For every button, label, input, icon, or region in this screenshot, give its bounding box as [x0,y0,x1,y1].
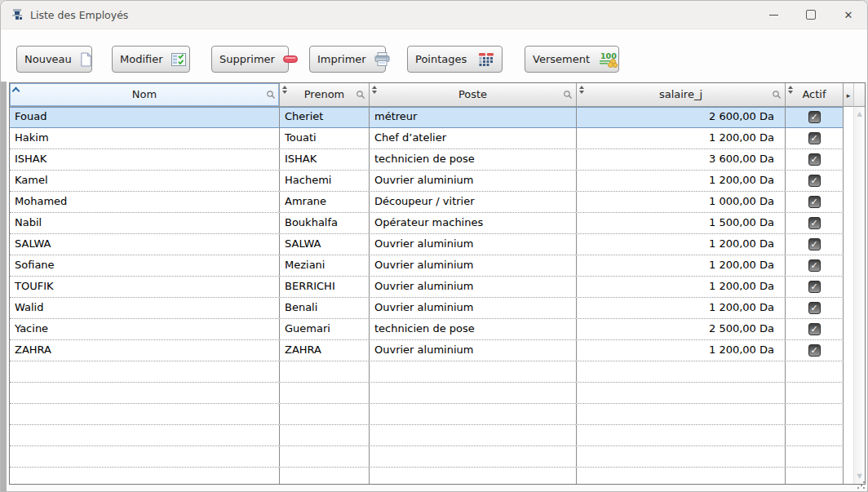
cell-poste[interactable]: Ouvrier aluminium [370,340,577,361]
cell-poste[interactable]: Ouvrier aluminium [370,171,577,191]
cell-salaire[interactable]: 1 200,00 Da [577,298,786,318]
column-header-prenom[interactable]: Prenom [280,83,370,107]
cell-actif[interactable]: ✓ [786,319,844,339]
cell-salaire[interactable]: 1 200,00 Da [577,128,786,148]
cell-prenom[interactable]: BERRICHI [280,277,370,297]
cell-prenom[interactable]: SALWA [280,234,370,255]
cell-poste[interactable]: métreur [370,107,577,127]
cell-actif[interactable]: ✓ [786,298,844,318]
titlebar[interactable]: Liste des Employés ✕ [1,1,867,29]
cell-salaire[interactable]: 2 500,00 Da [577,319,786,339]
cell-actif[interactable]: ✓ [786,277,844,297]
cell-nom[interactable]: SALWA [10,234,280,255]
pointages-button[interactable]: Pointages [407,46,503,73]
table-row[interactable]: ISHAK ISHAK technicien de pose 3 600,00 … [10,149,844,171]
cell-nom[interactable]: Yacine [10,319,280,339]
table-row[interactable]: Fouad Cheriet métreur 2 600,00 Da ✓ [10,107,844,128]
actif-checkbox[interactable]: ✓ [808,111,821,123]
cell-poste[interactable]: Découpeur / vitrier [370,192,577,212]
table-row[interactable]: Hakim Touati Chef d’atelier 1 200,00 Da … [10,128,844,149]
cell-nom[interactable]: ZAHRA [10,340,280,361]
cell-salaire[interactable]: 1 200,00 Da [577,340,786,361]
cell-nom[interactable]: ISHAK [10,149,280,170]
table-row[interactable]: Sofiane Meziani Ouvrier aluminium 1 200,… [10,255,844,277]
table-row[interactable]: Nabil Boukhalfa Opérateur machines 1 500… [10,213,844,234]
cell-prenom[interactable]: Cheriet [280,107,370,127]
cell-actif[interactable]: ✓ [786,171,844,191]
actif-checkbox[interactable]: ✓ [808,132,821,144]
cell-prenom[interactable]: Touati [280,128,370,148]
cell-salaire[interactable]: 1 200,00 Da [577,171,786,191]
modifier-button[interactable]: Modifier [112,46,190,73]
cell-poste[interactable]: Ouvrier aluminium [370,298,577,318]
cell-poste[interactable]: Ouvrier aluminium [370,234,577,255]
imprimer-button[interactable]: Imprimer [309,46,386,73]
cell-poste[interactable]: technicien de pose [370,319,577,339]
filter-icon[interactable] [563,90,573,100]
cell-prenom[interactable]: Meziani [280,255,370,276]
close-button[interactable]: ✕ [830,1,867,29]
cell-actif[interactable]: ✓ [786,128,844,148]
table-row[interactable]: ZAHRA ZAHRA Ouvrier aluminium 1 200,00 D… [10,340,844,361]
cell-salaire[interactable]: 3 600,00 Da [577,149,786,170]
actif-checkbox[interactable]: ✓ [808,153,821,166]
cell-actif[interactable]: ✓ [786,234,844,255]
nouveau-button[interactable]: Nouveau [16,46,92,73]
cell-poste[interactable]: Ouvrier aluminium [370,255,577,276]
cell-prenom[interactable]: ZAHRA [280,340,370,361]
cell-prenom[interactable]: Amrane [280,192,370,212]
cell-nom[interactable]: Sofiane [10,255,280,276]
table-row[interactable]: Mohamed Amrane Découpeur / vitrier 1 000… [10,192,844,213]
cell-actif[interactable]: ✓ [786,213,844,233]
actif-checkbox[interactable]: ✓ [808,196,821,208]
actif-checkbox[interactable]: ✓ [808,323,821,335]
filter-icon[interactable] [266,90,276,100]
column-header-salaire-j[interactable]: salaire_j [577,83,786,107]
cell-nom[interactable]: TOUFIK [10,277,280,297]
table-row[interactable]: Yacine Guemari technicien de pose 2 500,… [10,319,844,340]
cell-nom[interactable]: Kamel [10,171,280,191]
minimize-button[interactable] [755,1,792,29]
table-row[interactable]: SALWA SALWA Ouvrier aluminium 1 200,00 D… [10,234,844,255]
filter-icon[interactable] [772,90,782,100]
cell-prenom[interactable]: Boukhalfa [280,213,370,233]
actif-checkbox[interactable]: ✓ [808,302,821,314]
window-resize-grip[interactable] [857,481,866,490]
cell-poste[interactable]: Chef d’atelier [370,128,577,148]
scroll-up-icon[interactable]: ▲ [854,109,865,120]
column-header-nom[interactable]: Nom [10,83,280,107]
actif-checkbox[interactable]: ✓ [808,259,821,272]
cell-prenom[interactable]: Hachemi [280,171,370,191]
cell-actif[interactable]: ✓ [786,192,844,212]
cell-prenom[interactable]: ISHAK [280,149,370,170]
cell-actif[interactable]: ✓ [786,107,844,127]
cell-poste[interactable]: Ouvrier aluminium [370,277,577,297]
filter-icon[interactable] [356,90,365,100]
cell-actif[interactable]: ✓ [786,340,844,361]
cell-nom[interactable]: Mohamed [10,192,280,212]
cell-salaire[interactable]: 1 000,00 Da [577,192,786,212]
cell-salaire[interactable]: 1 200,00 Da [577,234,786,255]
cell-nom[interactable]: Fouad [10,107,280,127]
supprimer-button[interactable]: Supprimer [211,46,289,73]
cell-prenom[interactable]: Benali [280,298,370,318]
actif-checkbox[interactable]: ✓ [808,344,821,357]
table-row[interactable]: Walid Benali Ouvrier aluminium 1 200,00 … [10,298,844,319]
maximize-button[interactable] [792,1,830,29]
vertical-scrollbar[interactable]: ▲ ▼ [853,107,865,484]
cell-actif[interactable]: ✓ [786,255,844,276]
cell-poste[interactable]: Opérateur machines [370,213,577,233]
column-header-actif[interactable]: Actif [786,83,844,107]
cell-poste[interactable]: technicien de pose [370,149,577,170]
cell-salaire[interactable]: 1 500,00 Da [577,213,786,233]
versement-button[interactable]: Versement 100 [525,46,619,73]
table-row[interactable]: TOUFIK BERRICHI Ouvrier aluminium 1 200,… [10,277,844,298]
cell-nom[interactable]: Hakim [10,128,280,148]
cell-salaire[interactable]: 1 200,00 Da [577,277,786,297]
cell-nom[interactable]: Nabil [10,213,280,233]
cell-actif[interactable]: ✓ [786,149,844,170]
column-header-poste[interactable]: Poste [370,83,577,107]
actif-checkbox[interactable]: ✓ [808,238,821,250]
actif-checkbox[interactable]: ✓ [808,281,821,293]
actif-checkbox[interactable]: ✓ [808,217,821,229]
